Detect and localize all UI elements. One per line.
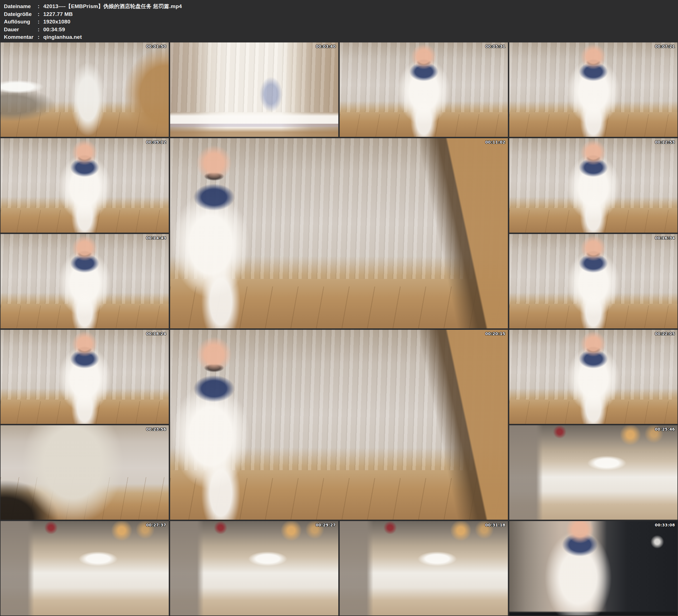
meta-label: Kommentar — [4, 33, 38, 41]
thumbnail-grid: 00:01:50 00:03:40 00:05:31 00:07:21 00:0… — [0, 42, 678, 616]
timestamp-overlay: 00:25:46 — [655, 427, 675, 431]
timestamp-overlay: 00:18:24 — [146, 332, 166, 336]
meta-separator: : — [38, 18, 43, 26]
thumbnail-frame: 00:12:53 — [509, 138, 677, 233]
meta-separator: : — [38, 26, 43, 34]
timestamp-overlay: 00:11:02 — [485, 140, 505, 144]
thumbnail-frame: 00:31:18 — [340, 521, 508, 615]
meta-row-kommentar: Kommentar:qinglanhua.net — [4, 33, 678, 41]
timestamp-overlay: 00:05:31 — [485, 44, 505, 48]
meta-row-dateigroesse: Dateigröße:1227.77 MB — [4, 10, 678, 18]
thumbnail-frame: 00:16:34 — [509, 234, 677, 329]
meta-label: Dateigröße — [4, 10, 38, 18]
thumbnail-frame-large: 00:20:15 — [170, 330, 508, 520]
thumbnail-frame: 00:33:08 — [509, 521, 677, 615]
meta-value-resolution: 1920x1080 — [43, 18, 70, 26]
thumbnail-frame: 00:05:31 — [340, 42, 508, 137]
timestamp-overlay: 00:23:56 — [146, 427, 166, 431]
meta-label: Dateiname — [4, 2, 38, 10]
timestamp-overlay: 00:31:18 — [485, 523, 505, 527]
thumbnail-frame: 00:07:21 — [509, 42, 677, 137]
timestamp-overlay: 00:09:12 — [146, 140, 166, 144]
meta-separator: : — [38, 2, 43, 10]
meta-row-dateiname: Dateiname:42013----【EMBPrism】伪娘的酒店轮盘任务 惩… — [4, 2, 678, 10]
timestamp-overlay: 00:14:43 — [146, 236, 166, 240]
timestamp-overlay: 00:33:08 — [655, 523, 675, 527]
timestamp-overlay: 00:07:21 — [655, 44, 675, 48]
thumbnail-frame: 00:09:12 — [1, 138, 169, 233]
timestamp-overlay: 00:29:27 — [316, 523, 336, 527]
timestamp-overlay: 00:22:05 — [655, 332, 675, 336]
timestamp-overlay: 00:01:50 — [146, 44, 166, 48]
timestamp-overlay: 00:27:37 — [146, 523, 166, 527]
meta-value-duration: 00:34:59 — [43, 26, 65, 34]
timestamp-overlay: 00:03:40 — [316, 44, 336, 48]
thumbnail-frame-large: 00:11:02 — [170, 138, 508, 329]
meta-separator: : — [38, 10, 43, 18]
meta-row-dauer: Dauer:00:34:59 — [4, 26, 678, 34]
contact-sheet: { "colors": { "background": "#2d2d2e", "… — [0, 0, 678, 616]
thumbnail-frame: 00:14:43 — [1, 234, 169, 329]
thumbnail-frame: 00:01:50 — [1, 42, 169, 137]
thumbnail-frame: 00:23:56 — [1, 425, 169, 519]
thumbnail-frame: 00:29:27 — [170, 521, 338, 615]
meta-label: Auflösung — [4, 18, 38, 26]
timestamp-overlay: 00:16:34 — [655, 236, 675, 240]
thumbnail-frame: 00:27:37 — [1, 521, 169, 615]
thumbnail-frame: 00:18:24 — [1, 330, 169, 424]
thumbnail-frame: 00:03:40 — [170, 42, 338, 137]
meta-label: Dauer — [4, 26, 38, 34]
timestamp-overlay: 00:12:53 — [655, 140, 675, 144]
meta-value-filename: 42013----【EMBPrism】伪娘的酒店轮盘任务 惩罚篇.mp4 — [43, 2, 182, 10]
meta-value-comment: qinglanhua.net — [43, 33, 82, 41]
thumbnail-frame: 00:22:05 — [509, 330, 677, 424]
thumbnail-frame: 00:25:46 — [509, 425, 677, 519]
meta-value-filesize: 1227.77 MB — [43, 10, 73, 18]
meta-row-aufloesung: Auflösung:1920x1080 — [4, 18, 678, 26]
timestamp-overlay: 00:20:15 — [485, 332, 505, 336]
metadata-header: Dateiname:42013----【EMBPrism】伪娘的酒店轮盘任务 惩… — [0, 0, 678, 42]
meta-separator: : — [38, 33, 43, 41]
